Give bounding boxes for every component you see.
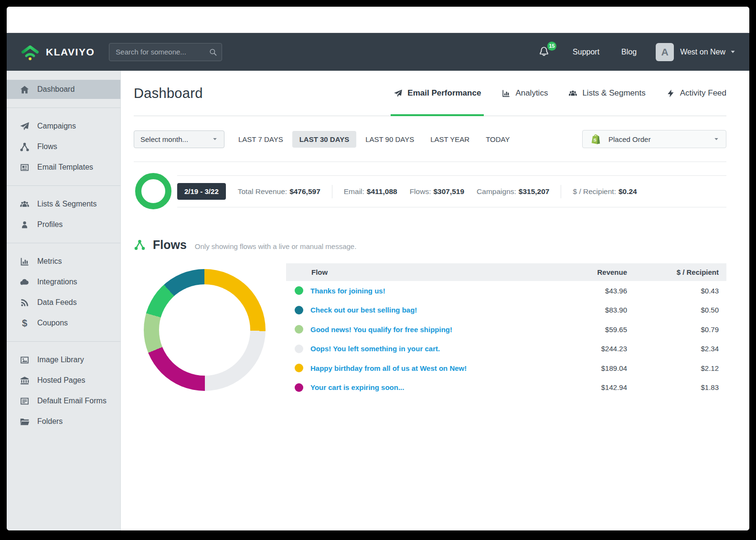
dollar-icon: $	[20, 318, 30, 328]
sidebar-divider	[7, 243, 120, 243]
date-range-buttons: LAST 7 DAYSLAST 30 DAYSLAST 90 DAYSLAST …	[231, 131, 517, 148]
flow-link[interactable]: Happy birthday from all of us at West on…	[310, 364, 467, 372]
summary-row: 2/19 - 3/22 Total Revenue:$476,597Email:…	[177, 175, 726, 207]
table-row: Oops! You left something in your cart.$2…	[286, 339, 726, 359]
sidebar-item-label: Email Templates	[37, 163, 93, 172]
column-header: Revenue	[555, 268, 627, 276]
flows-header: Flows Only showing flows with a live or …	[134, 238, 726, 252]
image-icon	[20, 355, 30, 365]
summary-stat: Total Revenue:$476,597	[238, 187, 320, 196]
flow-link[interactable]: Thanks for joining us!	[310, 287, 385, 295]
search-box	[109, 43, 222, 61]
sidebar-item-image-library[interactable]: Image Library	[7, 350, 120, 369]
tab-analytics[interactable]: Analytics	[501, 71, 548, 116]
sidebar-item-label: Image Library	[37, 356, 84, 364]
summary-stat: Campaigns:$315,207	[477, 187, 549, 196]
flow-color-dot	[295, 383, 303, 392]
browser-chrome	[7, 7, 749, 33]
blog-link[interactable]: Blog	[621, 48, 637, 56]
paper-plane-icon	[20, 121, 30, 131]
flow-color-dot	[295, 325, 303, 334]
summary-stat: $ / Recipient:$0.24	[573, 187, 637, 196]
flow-revenue: $189.04	[555, 364, 627, 372]
flow-color-dot	[295, 306, 303, 314]
metric-select-value: Placed Order	[608, 135, 650, 143]
sidebar-item-default-email-forms[interactable]: Default Email Forms	[7, 391, 120, 410]
account-name: West on New	[680, 48, 725, 56]
flow-per-recipient: $0.43	[627, 287, 726, 295]
lightning-icon	[666, 89, 675, 98]
range-button-last-year[interactable]: LAST YEAR	[423, 131, 477, 148]
tab-lists-segments[interactable]: Lists & Segments	[568, 71, 645, 116]
flow-revenue: $244.23	[555, 345, 627, 353]
table-row: Good news! You qualify for free shipping…	[286, 320, 726, 339]
sidebar: DashboardCampaignsFlowsEmail TemplatesLi…	[7, 71, 121, 530]
folder-icon	[20, 417, 30, 427]
sidebar-item-label: Campaigns	[37, 122, 76, 130]
summary-stats: Total Revenue:$476,597Email:$411,088Flow…	[238, 185, 637, 198]
flow-revenue: $83.90	[555, 306, 627, 314]
flow-icon	[134, 239, 146, 251]
flow-link[interactable]: Check out our best selling bag!	[310, 306, 417, 314]
bar-chart-icon	[20, 257, 30, 267]
range-button-last-7-days[interactable]: LAST 7 DAYS	[231, 131, 290, 148]
flow-per-recipient: $0.50	[627, 306, 726, 314]
donut-hole	[159, 284, 250, 376]
sidebar-divider	[7, 185, 120, 186]
paper-plane-icon	[394, 89, 403, 98]
flows-title: Flows	[153, 238, 187, 252]
sidebar-item-integrations[interactable]: Integrations	[7, 272, 120, 292]
sidebar-item-campaigns[interactable]: Campaigns	[7, 117, 120, 136]
search-input[interactable]	[109, 43, 222, 61]
sidebar-item-folders[interactable]: Folders	[7, 412, 120, 431]
sidebar-item-dashboard[interactable]: Dashboard	[7, 80, 120, 99]
sidebar-divider	[7, 341, 120, 342]
notification-badge: 15	[547, 42, 556, 51]
flow-icon	[20, 142, 30, 152]
sidebar-item-hosted-pages[interactable]: Hosted Pages	[7, 371, 120, 390]
notifications-button[interactable]: 15	[538, 45, 551, 59]
tab-label: Analytics	[515, 88, 548, 98]
page-header: Dashboard Email PerformanceAnalyticsList…	[134, 71, 726, 116]
flow-color-dot	[295, 286, 303, 295]
range-button-last-90-days[interactable]: LAST 90 DAYS	[358, 131, 421, 148]
bar-chart-icon	[501, 89, 511, 98]
flow-link[interactable]: Oops! You left something in your cart.	[310, 345, 440, 353]
range-button-today[interactable]: TODAY	[479, 131, 517, 148]
sidebar-item-label: Lists & Segments	[37, 200, 97, 208]
klaviyo-logo[interactable]: KLAVIYO	[20, 43, 95, 61]
flow-per-recipient: $1.83	[627, 383, 726, 391]
table-row: Check out our best selling bag!$83.90$0.…	[286, 301, 726, 320]
sidebar-item-data-feeds[interactable]: Data Feeds	[7, 293, 120, 312]
flow-link[interactable]: Your cart is expiring soon...	[310, 383, 404, 391]
flows-donut-chart	[134, 263, 278, 397]
sidebar-item-flows[interactable]: Flows	[7, 137, 120, 156]
sidebar-item-profiles[interactable]: Profiles	[7, 215, 120, 234]
sidebar-item-label: Coupons	[37, 319, 68, 327]
sidebar-item-label: Hosted Pages	[37, 376, 85, 385]
sidebar-item-label: Dashboard	[37, 85, 75, 94]
summary-stat: Flows:$307,519	[410, 187, 464, 196]
sidebar-item-metrics[interactable]: Metrics	[7, 252, 120, 271]
top-navigation: KLAVIYO 15 Support Blog A West on New	[7, 33, 749, 71]
flow-link[interactable]: Good news! You qualify for free shipping…	[310, 325, 452, 334]
svg-text:S: S	[594, 138, 596, 142]
tab-activity-feed[interactable]: Activity Feed	[666, 71, 726, 116]
sidebar-item-label: Profiles	[37, 220, 63, 229]
flow-per-recipient: $0.79	[627, 325, 726, 334]
metric-select[interactable]: S Placed Order	[582, 130, 726, 148]
account-menu[interactable]: A West on New	[656, 43, 736, 61]
sidebar-item-email-templates[interactable]: Email Templates	[7, 158, 120, 177]
month-select[interactable]: Select month...	[134, 130, 224, 148]
shopify-icon: S	[589, 133, 601, 145]
table-row: Happy birthday from all of us at West on…	[286, 358, 726, 378]
range-button-last-30-days[interactable]: LAST 30 DAYS	[292, 131, 356, 148]
sidebar-item-label: Integrations	[37, 278, 77, 286]
summary-stat: Email:$411,088	[344, 187, 397, 196]
tab-email-performance[interactable]: Email Performance	[394, 71, 481, 116]
sidebar-item-lists-segments[interactable]: Lists & Segments	[7, 194, 120, 214]
sidebar-item-coupons[interactable]: $Coupons	[7, 313, 120, 333]
search-icon	[209, 48, 217, 56]
stat-divider	[332, 185, 332, 198]
support-link[interactable]: Support	[573, 48, 599, 56]
